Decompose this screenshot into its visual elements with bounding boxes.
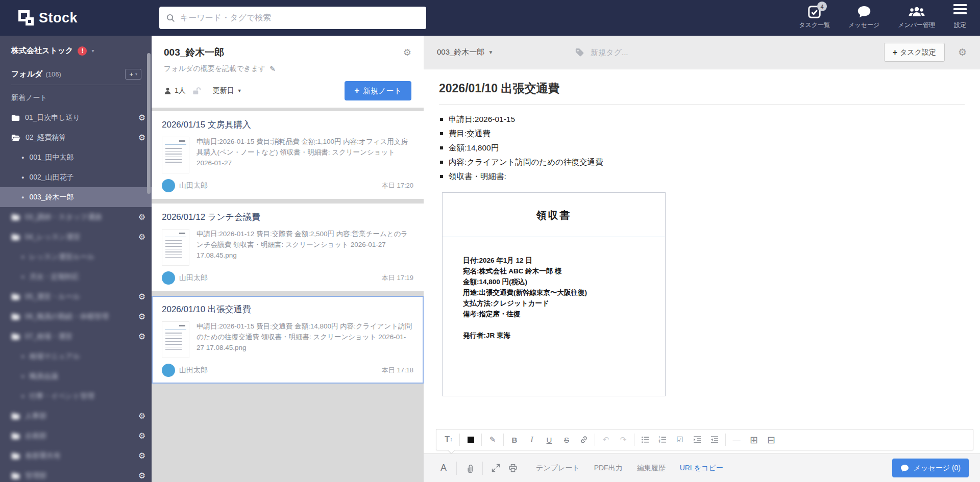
member-count[interactable]: 1人 (175, 86, 186, 95)
receipt-line: 用途:出張交通費(新幹線東京〜大阪往復) (463, 287, 655, 298)
bullet-icon: ● (21, 374, 24, 379)
sidebar-folder-01[interactable]: 01_日次申し送り ⚙ (0, 108, 152, 128)
search-icon (166, 14, 175, 22)
folder-settings-gear-icon[interactable]: ⚙ (138, 113, 145, 122)
sidebar-folder-blurred[interactable]: 各部署共有 ⚙ (0, 446, 152, 466)
sidebar-folder-blurred[interactable]: 管理部 ⚙ (0, 466, 152, 482)
sidebar-note-003-selected[interactable]: ●003_鈴木一郎 (0, 187, 152, 207)
app-logo[interactable]: Stock (18, 10, 78, 26)
note-timestamp: 本日 17:20 (382, 181, 413, 190)
numbered-list-icon[interactable]: 123 (654, 432, 671, 447)
edit-history-button[interactable]: 編集履歴 (637, 464, 666, 473)
folder-settings-gear-icon[interactable]: ⚙ (138, 451, 145, 461)
nav-members[interactable]: メンバー管理 (898, 4, 935, 30)
note-card[interactable]: 2026/01/12 ランチ会議費 申請日:2026-01-12 費目:交際費 … (152, 204, 424, 291)
sidebar-folder-02[interactable]: 02_経費精算 ⚙ (0, 128, 152, 147)
folder-description[interactable]: フォルダの概要を記載できます ✎ (164, 64, 411, 73)
folder-settings-gear-icon[interactable]: ⚙ (138, 411, 145, 421)
folder-settings-gear-icon[interactable]: ⚙ (138, 212, 145, 222)
bullet-icon: ● (21, 155, 24, 160)
global-search[interactable] (159, 7, 426, 29)
sidebar-folder-05[interactable]: 05_運営・ルール ⚙ (0, 287, 152, 307)
nav-messages[interactable]: メッセージ (848, 4, 879, 30)
sidebar-folder-07[interactable]: 07_相場・運営 ⚙ (0, 326, 152, 346)
folder-settings-gear-icon[interactable]: ⚙ (138, 332, 145, 341)
receipt-attachment[interactable]: 領収書 日付:2026 年1月 12 日 宛名:株式会社 ABC 鈴木一郎 様 … (442, 192, 666, 396)
bulleted-list-icon[interactable] (636, 432, 654, 447)
note-settings-gear-icon[interactable]: ⚙ (958, 46, 967, 58)
folder-settings-gear-icon[interactable]: ⚙ (138, 312, 145, 321)
horizontal-rule-icon[interactable]: — (728, 432, 745, 447)
add-folder-button[interactable]: + ▾ (125, 69, 141, 80)
copy-url-button[interactable]: URLをコピー (680, 464, 723, 473)
sidebar-folder-03[interactable]: 03_講師・スタッフ通路 ⚙ (0, 207, 152, 227)
receipt-line: 金額:14,800 円(税込) (463, 276, 655, 287)
bullet-icon: ● (21, 274, 24, 280)
link-icon[interactable] (575, 432, 593, 447)
redo-icon[interactable]: ↷ (615, 432, 632, 447)
sort-selector[interactable]: 更新日 ▼ (213, 86, 242, 95)
note-timestamp: 本日 17:19 (382, 273, 413, 283)
plus-icon: + (129, 70, 133, 78)
strikethrough-icon[interactable]: S (558, 432, 575, 447)
italic-icon[interactable]: I (523, 432, 541, 447)
bold-icon[interactable]: B (506, 432, 523, 447)
undo-icon[interactable]: ↶ (597, 432, 615, 447)
text-color-icon[interactable] (462, 432, 479, 447)
folder-settings-gear-icon[interactable]: ⚙ (138, 292, 145, 301)
sidebar-note-blurred[interactable]: ●月次・定期対応 (0, 267, 152, 287)
toolbar-notch (448, 447, 455, 454)
nav-task-list[interactable]: 4 タスク一覧 (799, 4, 830, 30)
messages-button[interactable]: メッセージ (0) (892, 459, 969, 477)
sidebar-folder-06[interactable]: 06_職員の勤続・休暇管理 ⚙ (0, 307, 152, 326)
folder-open-icon (11, 134, 20, 141)
folder-breadcrumb[interactable]: 003_鈴木一郎 ▼ (437, 47, 493, 57)
indent-icon[interactable] (689, 432, 706, 447)
paperclip-icon[interactable] (461, 460, 478, 477)
pdf-export-button[interactable]: PDF出力 (594, 464, 623, 473)
task-settings-button[interactable]: + タスク設定 (884, 43, 945, 62)
bullet-line: 内容:クライアント訪問のための往復交通費 (439, 155, 965, 169)
folder-icon (11, 433, 20, 440)
folder-gear-icon[interactable]: ⚙ (403, 47, 411, 58)
nav-settings[interactable]: 設定 (953, 4, 967, 30)
font-style-icon[interactable]: A (435, 460, 452, 477)
note-author: 山田太郎 (179, 273, 208, 283)
note-editor-content[interactable]: 2026/01/10 出張交通費 申請日:2026-01-15 費目:交通費 金… (424, 69, 980, 429)
sidebar-note-002[interactable]: ●002_山田花子 (0, 167, 152, 187)
text-size-icon[interactable]: T↕ (440, 432, 457, 447)
sidebar-folder-blurred[interactable]: 人事部 ⚙ (0, 406, 152, 426)
sidebar-note-blurred[interactable]: ●行事・イベント管理 (0, 386, 152, 406)
sidebar-item-new-notes[interactable]: 新着ノート (11, 93, 140, 103)
note-card[interactable]: 2026/01/15 文房具購入 申請日:2026-01-15 費目:消耗品費 … (152, 111, 424, 199)
new-tag-input[interactable] (591, 48, 677, 57)
note-detail-header: 003_鈴木一郎 ▼ + タスク設定 ⚙ (424, 36, 980, 69)
table-icon[interactable]: ⊞ (745, 432, 763, 447)
sidebar-folder-04[interactable]: 04_レッスン運営 ⚙ (0, 227, 152, 247)
template-button[interactable]: テンプレート (536, 464, 580, 473)
remove-block-icon[interactable]: ⊟ (763, 432, 780, 447)
folder-settings-gear-icon[interactable]: ⚙ (138, 431, 145, 441)
new-note-button[interactable]: + 新規ノート (345, 81, 411, 100)
organization-switcher[interactable]: 株式会社ストック ! ▾ (0, 36, 152, 56)
printer-icon[interactable] (504, 460, 522, 477)
sidebar-scrollbar[interactable] (147, 53, 151, 194)
expand-icon[interactable] (487, 460, 504, 477)
underline-icon[interactable]: U (541, 432, 558, 447)
message-bubble-icon (857, 4, 871, 19)
sidebar-note-blurred[interactable]: ●相場マニュアル (0, 346, 152, 366)
outdent-icon[interactable] (706, 432, 723, 447)
note-card-selected[interactable]: 2026/01/10 出張交通費 申請日:2026-01-15 費目:交通費 金… (152, 296, 424, 384)
pencil-icon: ✎ (270, 65, 276, 73)
checklist-icon[interactable]: ☑ (671, 432, 689, 447)
folder-settings-gear-icon[interactable]: ⚙ (138, 133, 145, 142)
sidebar-note-001[interactable]: ●001_田中太郎 (0, 147, 152, 167)
highlighter-icon[interactable]: ✎ (484, 432, 501, 447)
sidebar-note-blurred[interactable]: ●レッスン運営ルール (0, 247, 152, 267)
sidebar-note-blurred[interactable]: ●職員会議 (0, 366, 152, 386)
folder-settings-gear-icon[interactable]: ⚙ (138, 471, 145, 480)
sidebar-folder-blurred[interactable]: 企画部 ⚙ (0, 426, 152, 446)
note-list-panel: 003_鈴木一郎 ⚙ フォルダの概要を記載できます ✎ 1人 更新日 ▼ + 新… (152, 36, 424, 482)
folder-settings-gear-icon[interactable]: ⚙ (138, 232, 145, 242)
search-input[interactable] (180, 13, 419, 22)
